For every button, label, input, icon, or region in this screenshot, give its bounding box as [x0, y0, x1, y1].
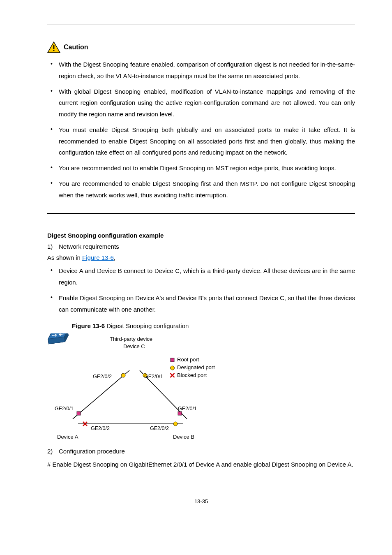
configuration-procedure-heading: 2)Configuration procedure — [47, 448, 355, 455]
topology-diagram: Third-party device Device C GE2/0/2 GE2/… — [47, 333, 228, 440]
svg-point-10 — [173, 422, 178, 426]
top-horizontal-rule — [47, 25, 355, 25]
label-ge201-top-right: GE2/0/1 — [144, 374, 163, 379]
caution-item: You must enable Digest Snooping both glo… — [59, 124, 355, 158]
caution-list: With the Digest Snooping feature enabled… — [47, 59, 355, 201]
svg-rect-7 — [178, 412, 182, 415]
label-ge201-right: GE2/0/1 — [178, 406, 197, 412]
figure-caption-prefix: Figure 13-6 — [72, 322, 106, 329]
list-label: Configuration procedure — [59, 448, 125, 455]
example-heading: Digest Snooping configuration example — [47, 232, 355, 239]
legend-root-port: Root port — [177, 356, 199, 363]
caution-label: Caution — [64, 44, 88, 51]
section-divider — [47, 213, 355, 214]
svg-rect-2 — [53, 50, 55, 51]
text-prefix: As shown in — [47, 254, 82, 261]
label-device-c: Device C — [123, 343, 145, 349]
requirement-item: Enable Digest Snooping on Device A's and… — [59, 292, 355, 315]
svg-point-8 — [121, 373, 125, 377]
caution-item: You are recommended not to enable Digest… — [59, 162, 355, 174]
network-requirements-heading: 1)Network requirements — [47, 243, 355, 250]
svg-rect-13 — [171, 358, 174, 362]
caution-item: With the Digest Snooping feature enabled… — [59, 59, 355, 82]
label-device-a: Device A — [57, 434, 78, 440]
text-suffix: , — [114, 254, 115, 261]
list-label: Network requirements — [59, 243, 119, 250]
page-number: 13-35 — [47, 498, 355, 504]
requirement-item: Device A and Device B connect to Device … — [59, 265, 355, 288]
legend-designated-port: Designated port — [177, 364, 215, 370]
label-ge202-bottom-right: GE2/0/2 — [150, 426, 169, 431]
label-ge202-bottom-left: GE2/0/2 — [91, 426, 110, 431]
list-number: 1) — [47, 243, 59, 250]
label-device-b: Device B — [173, 434, 194, 440]
legend-blocked-port: Blocked port — [177, 372, 207, 378]
as-shown-line: As shown in Figure 13-6, — [47, 254, 355, 261]
svg-rect-1 — [53, 45, 55, 49]
label-ge201-left: GE2/0/1 — [55, 406, 74, 412]
requirements-list: Device A and Device B connect to Device … — [47, 265, 355, 315]
caution-item: You are recommended to enable Digest Sno… — [59, 178, 355, 201]
caution-header: Caution — [47, 42, 355, 53]
list-number: 2) — [47, 448, 59, 455]
configuration-procedure-body: # Enable Digest Snooping on GigabitEther… — [47, 459, 355, 470]
svg-point-14 — [171, 366, 175, 370]
label-third-party: Third-party device — [110, 336, 152, 342]
figure-link[interactable]: Figure 13-6 — [82, 254, 114, 261]
caution-icon — [47, 42, 60, 53]
caution-item: With global Digest Snooping enabled, mod… — [59, 86, 355, 120]
figure-caption: Figure 13-6 Digest Snooping configuratio… — [47, 322, 355, 329]
svg-rect-6 — [77, 412, 81, 415]
figure-caption-text: Digest Snooping configuration — [106, 322, 189, 329]
label-ge202-top-left: GE2/0/2 — [93, 374, 112, 379]
